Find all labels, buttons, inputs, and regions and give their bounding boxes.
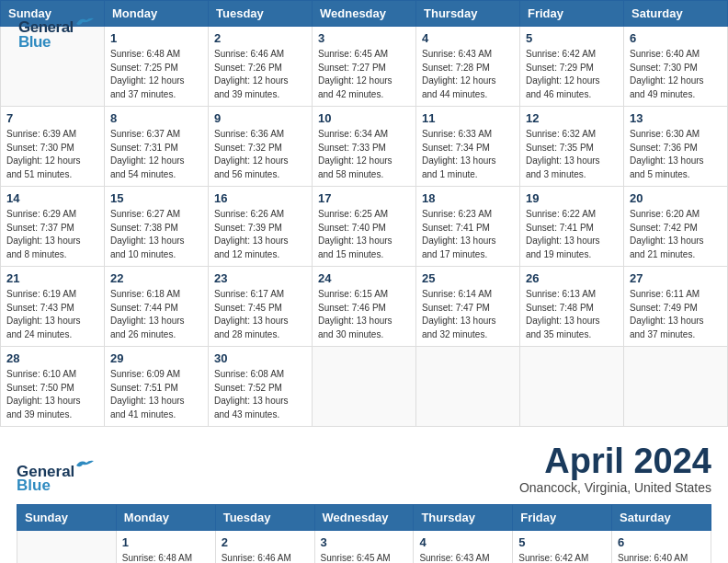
- day-info: Sunrise: 6:15 AMSunset: 7:46 PMDaylight:…: [318, 288, 410, 341]
- calendar-table: SundayMondayTuesdayWednesdayThursdayFrid…: [0, 0, 728, 427]
- calendar-header-saturday: Saturday: [624, 1, 728, 27]
- day-number: 12: [526, 111, 618, 125]
- day-number: 5: [526, 31, 618, 45]
- col-header-saturday: Saturday: [612, 505, 711, 531]
- calendar-week-4: 21Sunrise: 6:19 AMSunset: 7:43 PMDayligh…: [1, 267, 728, 347]
- day-details: Sunrise: 6:48 AMSunset: 7:25 PMDaylight:…: [122, 552, 210, 563]
- cal-cell: 4Sunrise: 6:43 AMSunset: 7:28 PMDaylight…: [414, 531, 513, 564]
- main-header-row: SundayMondayTuesdayWednesdayThursdayFrid…: [17, 505, 711, 531]
- day-info: Sunrise: 6:13 AMSunset: 7:48 PMDaylight:…: [526, 288, 618, 341]
- day-number: 1: [110, 31, 202, 45]
- day-number: 15: [110, 191, 202, 205]
- day-details: Sunrise: 6:43 AMSunset: 7:28 PMDaylight:…: [419, 552, 506, 563]
- calendar-cell: 9Sunrise: 6:36 AMSunset: 7:32 PMDaylight…: [209, 107, 313, 187]
- logo-bird-svg: [75, 16, 96, 29]
- day-info: Sunrise: 6:11 AMSunset: 7:49 PMDaylight:…: [630, 288, 722, 341]
- day-info: Sunrise: 6:37 AMSunset: 7:31 PMDaylight:…: [110, 128, 202, 181]
- calendar-cell: 20Sunrise: 6:20 AMSunset: 7:42 PMDayligh…: [624, 187, 728, 267]
- day-number: 19: [526, 191, 618, 205]
- day-info: Sunrise: 6:17 AMSunset: 7:45 PMDaylight:…: [214, 288, 306, 341]
- day-info: Sunrise: 6:19 AMSunset: 7:43 PMDaylight:…: [6, 288, 98, 341]
- day-info: Sunrise: 6:32 AMSunset: 7:35 PMDaylight:…: [526, 128, 618, 181]
- cal-cell: 6Sunrise: 6:40 AMSunset: 7:30 PMDaylight…: [612, 531, 711, 564]
- day-details: Sunrise: 6:40 AMSunset: 7:30 PMDaylight:…: [618, 552, 705, 563]
- day-number: 4: [422, 31, 514, 45]
- calendar-cell: 18Sunrise: 6:23 AMSunset: 7:41 PMDayligh…: [416, 187, 520, 267]
- day-num: 5: [518, 535, 606, 549]
- day-number: 28: [6, 351, 98, 365]
- day-number: 24: [318, 271, 410, 285]
- col-header-tuesday: Tuesday: [215, 505, 314, 531]
- calendar-cell: 30Sunrise: 6:08 AMSunset: 7:52 PMDayligh…: [209, 347, 313, 427]
- calendar-cell: 7Sunrise: 6:39 AMSunset: 7:30 PMDaylight…: [1, 107, 105, 187]
- calendar-header-thursday: Thursday: [416, 1, 520, 27]
- day-info: Sunrise: 6:48 AMSunset: 7:25 PMDaylight:…: [110, 48, 202, 101]
- day-number: 10: [318, 111, 410, 125]
- calendar-cell: [416, 347, 520, 427]
- calendar-cell: 1Sunrise: 6:48 AMSunset: 7:25 PMDaylight…: [105, 27, 209, 107]
- day-info: Sunrise: 6:08 AMSunset: 7:52 PMDaylight:…: [214, 368, 306, 421]
- day-number: 7: [6, 111, 98, 125]
- day-number: 17: [318, 191, 410, 205]
- day-info: Sunrise: 6:34 AMSunset: 7:33 PMDaylight:…: [318, 128, 410, 181]
- cal-cell: 3Sunrise: 6:45 AMSunset: 7:27 PMDaylight…: [314, 531, 414, 564]
- col-header-monday: Monday: [116, 505, 215, 531]
- day-details: Sunrise: 6:46 AMSunset: 7:26 PMDaylight:…: [222, 552, 309, 563]
- calendar-header-friday: Friday: [520, 1, 624, 27]
- day-info: Sunrise: 6:22 AMSunset: 7:41 PMDaylight:…: [526, 208, 618, 261]
- calendar-cell: 22Sunrise: 6:18 AMSunset: 7:44 PMDayligh…: [105, 267, 209, 347]
- bird-icon-svg: [76, 458, 95, 471]
- calendar-cell: 16Sunrise: 6:26 AMSunset: 7:39 PMDayligh…: [209, 187, 313, 267]
- calendar-cell: 13Sunrise: 6:30 AMSunset: 7:36 PMDayligh…: [624, 107, 728, 187]
- day-number: 23: [214, 271, 306, 285]
- calendar-header-row: SundayMondayTuesdayWednesdayThursdayFrid…: [1, 1, 728, 27]
- day-number: 11: [422, 111, 514, 125]
- logo-blue-label: Blue: [18, 33, 51, 52]
- calendar-header-tuesday: Tuesday: [209, 1, 313, 27]
- calendar-cell: 6Sunrise: 6:40 AMSunset: 7:30 PMDaylight…: [624, 27, 728, 107]
- day-info: Sunrise: 6:46 AMSunset: 7:26 PMDaylight:…: [214, 48, 306, 101]
- day-info: Sunrise: 6:23 AMSunset: 7:41 PMDaylight:…: [422, 208, 514, 261]
- calendar-cell: 12Sunrise: 6:32 AMSunset: 7:35 PMDayligh…: [520, 107, 624, 187]
- calendar-cell: 19Sunrise: 6:22 AMSunset: 7:41 PMDayligh…: [520, 187, 624, 267]
- calendar-cell: 17Sunrise: 6:25 AMSunset: 7:40 PMDayligh…: [313, 187, 416, 267]
- day-number: 21: [6, 271, 98, 285]
- day-info: Sunrise: 6:36 AMSunset: 7:32 PMDaylight:…: [214, 128, 306, 181]
- day-info: Sunrise: 6:42 AMSunset: 7:29 PMDaylight:…: [526, 48, 618, 101]
- day-info: Sunrise: 6:26 AMSunset: 7:39 PMDaylight:…: [214, 208, 306, 261]
- page-wrapper: General Blue April 2024 Onancock, Virgin…: [0, 427, 728, 563]
- calendar-week-5: 28Sunrise: 6:10 AMSunset: 7:50 PMDayligh…: [1, 347, 728, 427]
- col-header-sunday: Sunday: [17, 505, 117, 531]
- day-info: Sunrise: 6:14 AMSunset: 7:47 PMDaylight:…: [422, 288, 514, 341]
- calendar-cell: 25Sunrise: 6:14 AMSunset: 7:47 PMDayligh…: [416, 267, 520, 347]
- day-info: Sunrise: 6:33 AMSunset: 7:34 PMDaylight:…: [422, 128, 514, 181]
- cal-cell: 5Sunrise: 6:42 AMSunset: 7:29 PMDaylight…: [513, 531, 612, 564]
- calendar-cell: 28Sunrise: 6:10 AMSunset: 7:50 PMDayligh…: [1, 347, 105, 427]
- calendar-cell: 2Sunrise: 6:46 AMSunset: 7:26 PMDaylight…: [209, 27, 313, 107]
- col-header-wednesday: Wednesday: [314, 505, 414, 531]
- day-details: Sunrise: 6:42 AMSunset: 7:29 PMDaylight:…: [518, 552, 606, 563]
- calendar-cell: 24Sunrise: 6:15 AMSunset: 7:46 PMDayligh…: [313, 267, 416, 347]
- day-info: Sunrise: 6:09 AMSunset: 7:51 PMDaylight:…: [110, 368, 202, 421]
- day-number: 2: [214, 31, 306, 45]
- day-info: Sunrise: 6:30 AMSunset: 7:36 PMDaylight:…: [630, 128, 722, 181]
- calendar-cell: 15Sunrise: 6:27 AMSunset: 7:38 PMDayligh…: [105, 187, 209, 267]
- day-number: 16: [214, 191, 306, 205]
- calendar-week-1: 1Sunrise: 6:48 AMSunset: 7:25 PMDaylight…: [1, 27, 728, 107]
- day-info: Sunrise: 6:29 AMSunset: 7:37 PMDaylight:…: [6, 208, 98, 261]
- calendar-cell: 26Sunrise: 6:13 AMSunset: 7:48 PMDayligh…: [520, 267, 624, 347]
- cal-cell: 1Sunrise: 6:48 AMSunset: 7:25 PMDaylight…: [116, 531, 215, 564]
- day-info: Sunrise: 6:27 AMSunset: 7:38 PMDaylight:…: [110, 208, 202, 261]
- cal-cell: 2Sunrise: 6:46 AMSunset: 7:26 PMDaylight…: [215, 531, 314, 564]
- day-number: 25: [422, 271, 514, 285]
- day-number: 9: [214, 111, 306, 125]
- day-number: 8: [110, 111, 202, 125]
- day-info: Sunrise: 6:45 AMSunset: 7:27 PMDaylight:…: [318, 48, 410, 101]
- calendar-header-wednesday: Wednesday: [313, 1, 416, 27]
- day-info: Sunrise: 6:43 AMSunset: 7:28 PMDaylight:…: [422, 48, 514, 101]
- week-row-1: 1Sunrise: 6:48 AMSunset: 7:25 PMDaylight…: [17, 531, 711, 564]
- day-info: Sunrise: 6:10 AMSunset: 7:50 PMDaylight:…: [6, 368, 98, 421]
- calendar-week-3: 14Sunrise: 6:29 AMSunset: 7:37 PMDayligh…: [1, 187, 728, 267]
- col-header-friday: Friday: [513, 505, 612, 531]
- page-main-title: April 2024: [519, 443, 711, 478]
